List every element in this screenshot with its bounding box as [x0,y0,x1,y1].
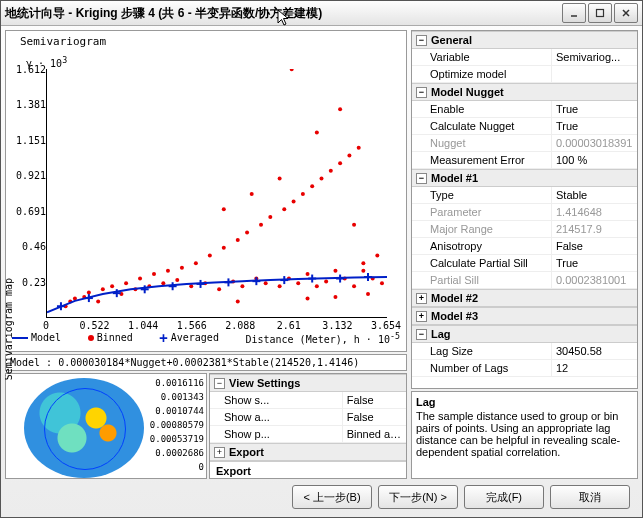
svg-point-57 [375,253,379,257]
property-row[interactable]: Partial Sill0.0002381001 [412,272,637,289]
view-settings-panel: − View Settings Show s...FalseShow a...F… [209,373,407,479]
svg-point-67 [250,192,254,196]
close-button[interactable] [614,3,638,23]
property-row[interactable]: Parameter1.414648 [412,204,637,221]
property-row[interactable]: Measurement Error100 % [412,152,637,169]
collapse-icon[interactable]: − [416,329,427,340]
svg-point-47 [329,169,333,173]
y-tick: 0.46 [6,241,46,252]
svg-point-37 [282,207,286,211]
description-panel: Lag The sample distance used to group or… [411,391,638,479]
svg-point-10 [101,287,105,291]
collapse-icon[interactable]: − [416,173,427,184]
expand-icon[interactable]: + [416,293,427,304]
svg-point-63 [333,295,337,299]
props-section-header[interactable]: −General [412,31,637,49]
property-row[interactable]: Optimize model [412,66,637,83]
view-setting-row[interactable]: Show p...Binned and... [210,426,406,443]
property-row[interactable]: Calculate Partial SillTrue [412,255,637,272]
svg-point-9 [96,300,100,304]
property-row[interactable]: VariableSemivariog... [412,49,637,66]
svg-point-30 [240,284,244,288]
x-tick: 2.088 [225,320,255,331]
svg-point-45 [319,177,323,181]
svg-point-55 [366,292,370,296]
props-section-header[interactable]: +Model #3 [412,307,637,325]
svg-point-20 [175,278,179,282]
minimize-button[interactable] [562,3,586,23]
x-tick: 3.132 [322,320,352,331]
props-section-header[interactable]: −Lag [412,325,637,343]
property-row[interactable]: Nugget0.00003018391 [412,135,637,152]
svg-point-15 [138,277,142,281]
expand-icon[interactable]: + [214,447,225,458]
props-section-header[interactable]: −Model Nugget [412,83,637,101]
view-settings-header[interactable]: − View Settings [210,374,406,392]
y-tick: 1.381 [6,99,46,110]
svg-point-19 [166,269,170,273]
collapse-icon[interactable]: − [214,378,225,389]
svg-point-40 [296,281,300,285]
property-row[interactable]: TypeStable [412,187,637,204]
export-footer: Export [210,461,406,479]
collapse-icon[interactable]: − [416,35,427,46]
svg-point-48 [333,269,337,273]
map-legend-value: 0.00053719 [150,432,204,446]
svg-point-21 [180,266,184,270]
map-legend-value: 0 [150,460,204,474]
maximize-button[interactable] [588,3,612,23]
svg-point-69 [236,300,240,304]
view-setting-row[interactable]: Show a...False [210,409,406,426]
description-title: Lag [416,396,633,408]
map-legend-value: 0.001343 [150,390,204,404]
svg-point-66 [278,177,282,181]
cancel-button[interactable]: 取消 [550,485,630,509]
map-legend-value: 0.0010744 [150,404,204,418]
svg-point-52 [352,284,356,288]
expand-icon[interactable]: + [416,311,427,322]
property-row[interactable]: Major Range214517.9 [412,221,637,238]
svg-point-26 [217,287,221,291]
property-row[interactable]: Lag Size30450.58 [412,343,637,360]
svg-point-59 [290,69,294,71]
x-tick: 3.654 [371,320,401,331]
svg-point-31 [245,230,249,234]
properties-panel[interactable]: −GeneralVariableSemivariog...Optimize mo… [411,30,638,389]
svg-point-42 [306,272,310,276]
y-tick: 1.612 [6,64,46,75]
svg-point-61 [338,107,342,111]
svg-point-58 [380,281,384,285]
x-tick: 0.522 [80,320,110,331]
x-axis-label: Distance (Meter), h · 10-5 [245,331,400,345]
view-setting-row[interactable]: Show s...False [210,392,406,409]
svg-point-64 [361,261,365,265]
svg-point-23 [194,261,198,265]
map-legend-value: 0.0016116 [150,376,204,390]
props-section-header[interactable]: −Model #1 [412,169,637,187]
map-legend-value: 0.0002686 [150,446,204,460]
back-button[interactable]: < 上一步(B) [292,485,372,509]
svg-point-35 [268,215,272,219]
x-tick: 2.61 [277,320,301,331]
props-section-header[interactable]: +Model #2 [412,289,637,307]
next-button[interactable]: 下一步(N) > [378,485,458,509]
svg-point-18 [161,281,165,285]
property-row[interactable]: EnableTrue [412,101,637,118]
svg-point-43 [310,184,314,188]
chart-title: Semivariogram [6,31,406,48]
svg-point-54 [361,269,365,273]
property-row[interactable]: AnisotropyFalse [412,238,637,255]
property-row[interactable]: Number of Lags12 [412,360,637,377]
finish-button[interactable]: 完成(F) [464,485,544,509]
svg-point-17 [152,272,156,276]
legend-model: Model [12,332,61,343]
property-row[interactable]: Calculate NuggetTrue [412,118,637,135]
x-tick: 1.566 [177,320,207,331]
window-title: 地统计向导 - Kriging 步骤 4 (共 6 - 半变异函数/协方差建模) [5,5,562,22]
svg-point-62 [352,223,356,227]
export-header[interactable]: + Export [210,443,406,461]
collapse-icon[interactable]: − [416,87,427,98]
legend-averaged: +Averaged [159,332,219,343]
svg-point-27 [222,246,226,250]
legend-binned: Binned [88,332,133,343]
